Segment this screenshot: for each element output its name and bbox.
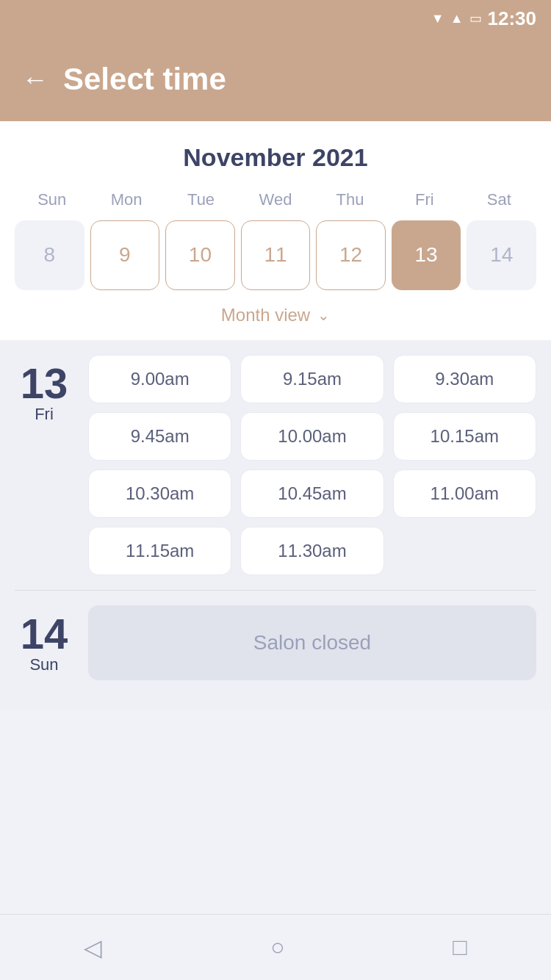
day-label-13: 13 Fri <box>15 355 73 575</box>
weekday-fri: Fri <box>387 190 461 209</box>
day-block-14: 14 Sun Salon closed <box>15 605 536 680</box>
status-icons: ▼ ▲ ▭ 12:30 <box>431 7 536 30</box>
back-button[interactable]: ← <box>22 66 48 93</box>
cal-day-13[interactable]: 13 <box>392 220 461 290</box>
nav-recent-button[interactable]: □ <box>453 934 467 961</box>
calendar-days: 8 9 10 11 12 13 14 <box>15 220 536 290</box>
time-slot-1000am[interactable]: 10.00am <box>240 412 383 461</box>
weekday-thu: Thu <box>313 190 387 209</box>
nav-back-button[interactable]: ◁ <box>84 934 102 962</box>
header: ← Select time <box>0 37 551 121</box>
day-name-sun: Sun <box>29 655 58 674</box>
signal-icon: ▲ <box>450 11 464 26</box>
cal-day-8[interactable]: 8 <box>15 220 84 290</box>
day-name-fri: Fri <box>35 405 54 424</box>
nav-home-button[interactable]: ○ <box>270 934 284 961</box>
status-bar: ▼ ▲ ▭ 12:30 <box>0 0 551 37</box>
weekday-tue: Tue <box>164 190 238 209</box>
cal-day-12[interactable]: 12 <box>316 220 386 290</box>
calendar-weekdays: Sun Mon Tue Wed Thu Fri Sat <box>15 190 536 209</box>
time-slot-930am[interactable]: 9.30am <box>393 355 536 403</box>
time-slot-915am[interactable]: 9.15am <box>240 355 383 403</box>
wifi-icon: ▼ <box>431 11 444 26</box>
cal-day-9[interactable]: 9 <box>90 220 160 290</box>
weekday-sun: Sun <box>15 190 89 209</box>
weekday-wed: Wed <box>238 190 312 209</box>
page-title: Select time <box>63 62 226 97</box>
day-number-14: 14 <box>21 613 68 655</box>
weekday-mon: Mon <box>89 190 163 209</box>
time-slots-grid-13: 9.00am 9.15am 9.30am 9.45am 10.00am 10.1… <box>88 355 536 575</box>
battery-icon: ▭ <box>469 10 482 26</box>
time-slot-1100am[interactable]: 11.00am <box>393 469 536 518</box>
time-slot-945am[interactable]: 9.45am <box>88 412 231 461</box>
time-slot-1015am[interactable]: 10.15am <box>393 412 536 461</box>
month-view-label: Month view <box>221 305 310 325</box>
cal-day-11[interactable]: 11 <box>241 220 311 290</box>
day-block-13: 13 Fri 9.00am 9.15am 9.30am 9.45am 10.00… <box>15 355 536 575</box>
calendar-section: November 2021 Sun Mon Tue Wed Thu Fri Sa… <box>0 121 551 340</box>
time-slot-1030am[interactable]: 10.30am <box>88 469 231 518</box>
day-number-13: 13 <box>21 362 68 405</box>
time-slot-1130am[interactable]: 11.30am <box>240 527 383 575</box>
calendar-month-year: November 2021 <box>15 143 536 172</box>
time-slot-1045am[interactable]: 10.45am <box>240 469 383 518</box>
time-slot-1115am[interactable]: 11.15am <box>88 527 231 575</box>
weekday-sat: Sat <box>462 190 536 209</box>
salon-closed-label: Salon closed <box>88 605 536 680</box>
time-section: 13 Fri 9.00am 9.15am 9.30am 9.45am 10.00… <box>0 340 551 710</box>
status-time: 12:30 <box>488 7 537 30</box>
time-slot-900am[interactable]: 9.00am <box>88 355 231 403</box>
chevron-down-icon: ⌄ <box>317 306 330 324</box>
month-view-toggle[interactable]: Month view ⌄ <box>15 305 536 325</box>
cal-day-10[interactable]: 10 <box>165 220 235 290</box>
bottom-nav: ◁ ○ □ <box>0 914 551 980</box>
day-label-14: 14 Sun <box>15 605 73 680</box>
divider <box>15 590 536 591</box>
cal-day-14[interactable]: 14 <box>467 220 536 290</box>
